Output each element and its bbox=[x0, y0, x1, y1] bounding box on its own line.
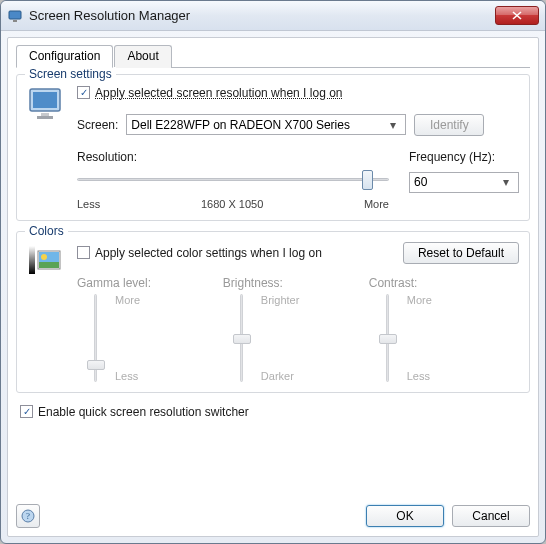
cancel-button[interactable]: Cancel bbox=[452, 505, 530, 527]
checkbox-box: ✓ bbox=[20, 405, 33, 418]
gamma-title: Gamma level: bbox=[77, 276, 151, 290]
slider-thumb[interactable] bbox=[87, 360, 105, 370]
checkbox-box: ✓ bbox=[77, 86, 90, 99]
svg-rect-3 bbox=[33, 92, 57, 108]
help-button[interactable]: ? bbox=[16, 504, 40, 528]
res-less: Less bbox=[77, 198, 100, 210]
close-button[interactable] bbox=[495, 6, 539, 25]
frequency-select[interactable]: 60 ▾ bbox=[409, 172, 519, 193]
gamma-slider[interactable] bbox=[83, 294, 109, 382]
resolution-label: Resolution: bbox=[77, 150, 389, 164]
screen-settings-title: Screen settings bbox=[25, 67, 116, 81]
svg-rect-8 bbox=[39, 262, 59, 268]
screen-select-value: Dell E228WFP on RADEON X700 Series bbox=[131, 118, 350, 132]
slider-thumb[interactable] bbox=[233, 334, 251, 344]
apply-screen-logon-checkbox[interactable]: ✓ Apply selected screen resolution when … bbox=[77, 86, 342, 100]
apply-colors-logon-checkbox[interactable]: Apply selected color settings when I log… bbox=[77, 246, 395, 260]
screen-label: Screen: bbox=[77, 118, 118, 132]
svg-rect-4 bbox=[41, 113, 49, 116]
svg-rect-5 bbox=[37, 116, 53, 119]
enable-switcher-checkbox[interactable]: ✓ Enable quick screen resolution switche… bbox=[20, 405, 530, 419]
ok-button[interactable]: OK bbox=[366, 505, 444, 527]
monitor-icon bbox=[27, 85, 67, 125]
identify-button[interactable]: Identify bbox=[414, 114, 484, 136]
tabstrip: Configuration About bbox=[16, 44, 530, 68]
tab-about[interactable]: About bbox=[114, 45, 171, 68]
apply-screen-logon-label: Apply selected screen resolution when I … bbox=[95, 86, 342, 100]
frequency-label: Frequency (Hz): bbox=[409, 150, 519, 164]
colors-group: Colors Apply bbox=[16, 231, 530, 393]
svg-rect-0 bbox=[9, 11, 21, 19]
contrast-title: Contrast: bbox=[369, 276, 418, 290]
frequency-value: 60 bbox=[414, 175, 427, 189]
screen-settings-group: Screen settings ✓ Apply selected screen … bbox=[16, 74, 530, 221]
reset-default-button[interactable]: Reset to Default bbox=[403, 242, 519, 264]
colors-title: Colors bbox=[25, 224, 68, 238]
screen-select[interactable]: Dell E228WFP on RADEON X700 Series ▾ bbox=[126, 114, 406, 135]
footer: ? OK Cancel bbox=[16, 504, 530, 528]
svg-text:?: ? bbox=[26, 511, 30, 521]
window-title: Screen Resolution Manager bbox=[29, 8, 495, 23]
res-value: 1680 X 1050 bbox=[201, 198, 263, 210]
titlebar: Screen Resolution Manager bbox=[1, 1, 545, 31]
apply-colors-logon-label: Apply selected color settings when I log… bbox=[95, 246, 322, 260]
svg-rect-6 bbox=[29, 246, 35, 274]
slider-thumb[interactable] bbox=[379, 334, 397, 344]
contrast-slider[interactable] bbox=[375, 294, 401, 382]
checkbox-box bbox=[77, 246, 90, 259]
brightness-slider[interactable] bbox=[229, 294, 255, 382]
window: Screen Resolution Manager Configuration … bbox=[0, 0, 546, 544]
colors-icon bbox=[27, 242, 67, 282]
brightness-title: Brightness: bbox=[223, 276, 283, 290]
svg-point-9 bbox=[41, 254, 47, 260]
chevron-down-icon: ▾ bbox=[385, 118, 401, 132]
enable-switcher-label: Enable quick screen resolution switcher bbox=[38, 405, 249, 419]
chevron-down-icon: ▾ bbox=[498, 175, 514, 189]
app-icon bbox=[7, 8, 23, 24]
res-more: More bbox=[364, 198, 389, 210]
resolution-slider[interactable] bbox=[77, 168, 389, 196]
client-area: Configuration About Screen settings ✓ Ap… bbox=[7, 37, 539, 537]
svg-rect-1 bbox=[13, 20, 17, 22]
tab-configuration[interactable]: Configuration bbox=[16, 45, 113, 68]
slider-thumb[interactable] bbox=[362, 170, 373, 190]
